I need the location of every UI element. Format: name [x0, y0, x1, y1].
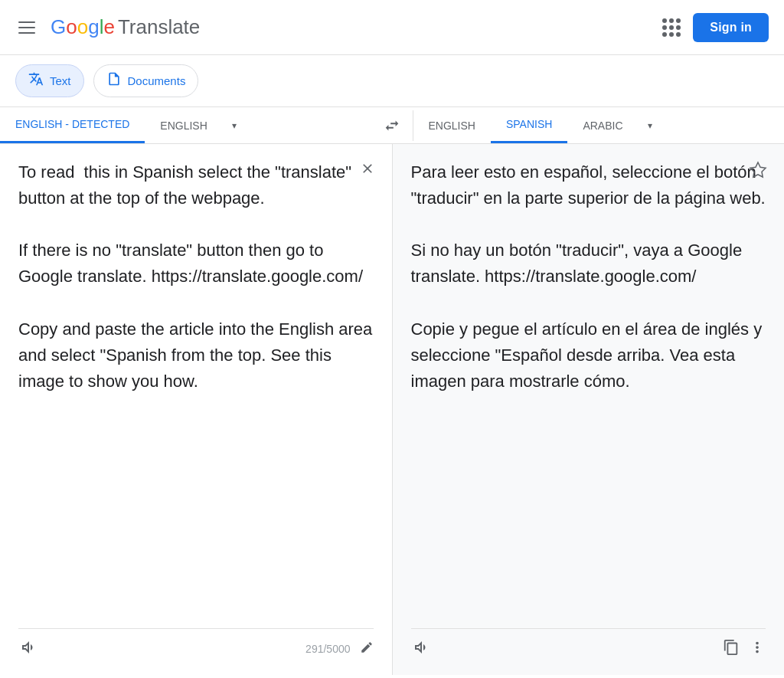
- lang-target-arabic[interactable]: ARABIC: [567, 109, 638, 142]
- input-footer-right: 291/5000: [305, 640, 373, 658]
- output-panel-footer: [411, 628, 766, 660]
- tab-text-label: Text: [50, 74, 71, 87]
- output-footer-right: [723, 639, 766, 660]
- hamburger-menu-icon[interactable]: [15, 18, 38, 37]
- lang-target-spanish[interactable]: SPANISH: [491, 107, 567, 143]
- input-panel: To read this in Spanish select the "tran…: [0, 144, 393, 675]
- tab-documents-label: Documents: [128, 74, 186, 87]
- logo: Google Translate: [51, 15, 200, 39]
- input-text-content: To read this in Spanish select the "tran…: [18, 159, 374, 628]
- header-left: Google Translate: [15, 15, 200, 39]
- char-count: 291/5000: [305, 643, 350, 655]
- edit-icon[interactable]: [360, 640, 374, 658]
- logo-google: Google: [51, 15, 115, 39]
- input-speaker-icon[interactable]: [18, 638, 40, 660]
- language-bar: ENGLISH - DETECTED ENGLISH ▾ ENGLISH SPA…: [0, 107, 784, 144]
- source-lang-dropdown[interactable]: ▾: [223, 110, 246, 142]
- document-tab-icon: [106, 71, 122, 90]
- output-footer-left: [411, 638, 433, 660]
- lang-detected-english[interactable]: ENGLISH - DETECTED: [0, 107, 145, 143]
- target-lang-dropdown[interactable]: ▾: [639, 110, 662, 142]
- header: Google Translate Sign in: [0, 0, 784, 55]
- translate-tab-icon: [28, 71, 44, 90]
- target-language-section: ENGLISH SPANISH ARABIC ▾: [413, 107, 785, 143]
- sign-in-button[interactable]: Sign in: [693, 13, 769, 42]
- source-dropdown-chevron: ▾: [232, 120, 237, 131]
- input-panel-footer: 291/5000: [18, 628, 374, 660]
- target-dropdown-chevron: ▾: [648, 120, 652, 131]
- output-text-content: Para leer esto en español, seleccione el…: [411, 159, 766, 628]
- output-speaker-icon[interactable]: [411, 638, 433, 660]
- source-language-section: ENGLISH - DETECTED ENGLISH ▾: [0, 107, 371, 143]
- tab-documents[interactable]: Documents: [93, 64, 199, 97]
- output-panel: Para leer esto en español, seleccione el…: [393, 144, 785, 675]
- lang-target-english[interactable]: ENGLISH: [413, 109, 491, 142]
- input-footer-left: [18, 638, 40, 660]
- lang-source-english[interactable]: ENGLISH: [145, 109, 222, 142]
- tab-bar: Text Documents: [0, 55, 784, 107]
- header-right: Sign in: [662, 13, 769, 42]
- apps-grid-icon[interactable]: [662, 18, 681, 37]
- swap-languages-button[interactable]: [371, 110, 413, 142]
- tab-text[interactable]: Text: [15, 64, 84, 97]
- logo-translate-text: Translate: [118, 15, 200, 39]
- main-content: To read this in Spanish select the "tran…: [0, 144, 784, 675]
- clear-input-button[interactable]: [357, 158, 378, 183]
- copy-translation-icon[interactable]: [723, 639, 740, 660]
- more-options-icon[interactable]: [749, 639, 766, 660]
- star-translation-button[interactable]: [746, 158, 770, 187]
